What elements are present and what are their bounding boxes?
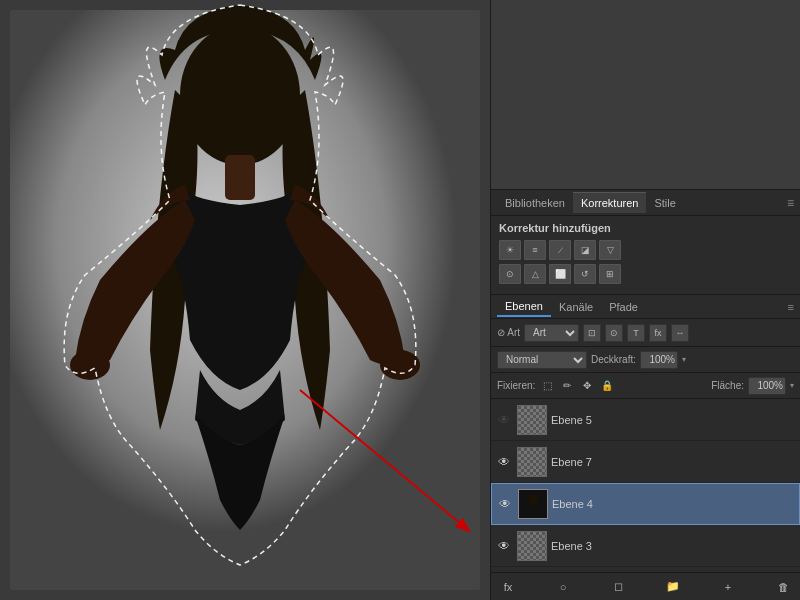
tab-pfade[interactable]: Pfade bbox=[601, 298, 646, 316]
toolbar-icon-5[interactable]: ↔ bbox=[671, 324, 689, 342]
korr-icon-gradient[interactable]: ▽ bbox=[599, 240, 621, 260]
top-dark-area bbox=[491, 0, 800, 190]
layer-name-ebene7: Ebene 7 bbox=[551, 456, 796, 468]
tab-bibliotheken[interactable]: Bibliotheken bbox=[497, 193, 573, 213]
layer-name-ebene3: Ebene 3 bbox=[551, 540, 796, 552]
opacity-arrow[interactable]: ▾ bbox=[682, 355, 686, 364]
ebenen-tabs-row: Ebenen Kanäle Pfade ≡ bbox=[491, 295, 800, 319]
bottom-icon-trash[interactable]: 🗑 bbox=[774, 578, 792, 596]
fixieren-row: Fixieren: ⬚ ✏ ✥ 🔒 Fläche: ▾ bbox=[491, 373, 800, 399]
layer-name-ebene4: Ebene 4 bbox=[552, 498, 795, 510]
bottom-icon-square[interactable]: ◻ bbox=[609, 578, 627, 596]
korr-icon-colorbal[interactable]: △ bbox=[524, 264, 546, 284]
layer-eye-ebene3[interactable]: 👁 bbox=[495, 537, 513, 555]
opacity-label: Deckkraft: bbox=[591, 354, 636, 365]
layer-thumb-ebene4 bbox=[518, 489, 548, 519]
panel-tabs-row: Bibliotheken Korrekturen Stile ≡ bbox=[491, 190, 800, 216]
fix-icon-checkered[interactable]: ⬚ bbox=[539, 378, 555, 394]
korrekturen-row1: ☀ ≡ ⟋ ◪ ▽ bbox=[499, 240, 792, 260]
korr-icon-exposure[interactable]: ◪ bbox=[574, 240, 596, 260]
bottom-toolbar: fx ○ ◻ 📁 + 🗑 bbox=[491, 572, 800, 600]
fix-icon-lock[interactable]: 🔒 bbox=[599, 378, 615, 394]
layer-row-ebene4[interactable]: 👁 Ebene 4 bbox=[491, 483, 800, 525]
flaeche-label: Fläche: bbox=[711, 380, 744, 391]
layer-thumb-ebene3 bbox=[517, 531, 547, 561]
korr-icon-bw[interactable]: ⬜ bbox=[549, 264, 571, 284]
tab-kanaele[interactable]: Kanäle bbox=[551, 298, 601, 316]
art-toolbar-row: ⊘ Art Art ⊡ ⊙ T fx ↔ bbox=[491, 319, 800, 347]
layers-list: 👁 Ebene 5 👁 Ebene 7 👁 bbox=[491, 399, 800, 572]
korr-icon-curves[interactable]: ⟋ bbox=[549, 240, 571, 260]
blend-opacity-row: Normal Deckkraft: ▾ bbox=[491, 347, 800, 373]
tab-ebenen[interactable]: Ebenen bbox=[497, 297, 551, 317]
layer-eye-ebene4[interactable]: 👁 bbox=[496, 495, 514, 513]
korr-icon-hue[interactable]: ⊙ bbox=[499, 264, 521, 284]
korr-icon-brightness[interactable]: ☀ bbox=[499, 240, 521, 260]
canvas-background bbox=[0, 0, 490, 600]
korr-icon-posterize[interactable]: ⊞ bbox=[599, 264, 621, 284]
layer-thumb-ebene5 bbox=[517, 405, 547, 435]
toolbar-icon-1[interactable]: ⊡ bbox=[583, 324, 601, 342]
toolbar-icon-3[interactable]: T bbox=[627, 324, 645, 342]
blend-mode-select[interactable]: Normal bbox=[497, 351, 587, 369]
svg-point-9 bbox=[528, 494, 538, 506]
bottom-icon-new[interactable]: + bbox=[719, 578, 737, 596]
flaeche-arrow[interactable]: ▾ bbox=[790, 381, 794, 390]
korr-icon-photo[interactable]: ↺ bbox=[574, 264, 596, 284]
fixieren-label: Fixieren: bbox=[497, 380, 535, 391]
bottom-icon-fx[interactable]: fx bbox=[499, 578, 517, 596]
tab-stile[interactable]: Stile bbox=[646, 193, 683, 213]
layer-row-ebene5[interactable]: 👁 Ebene 5 bbox=[491, 399, 800, 441]
layer-row-ebene3[interactable]: 👁 Ebene 3 bbox=[491, 525, 800, 567]
layer-row-ebene7[interactable]: 👁 Ebene 7 bbox=[491, 441, 800, 483]
layer-name-ebene5: Ebene 5 bbox=[551, 414, 796, 426]
tab-korrekturen[interactable]: Korrekturen bbox=[573, 192, 646, 213]
art-label: ⊘ Art bbox=[497, 327, 520, 338]
ebenen-panel: Ebenen Kanäle Pfade ≡ ⊘ Art Art ⊡ ⊙ T fx… bbox=[491, 295, 800, 600]
toolbar-icon-4[interactable]: fx bbox=[649, 324, 667, 342]
korrekturen-panel: Korrektur hinzufügen ☀ ≡ ⟋ ◪ ▽ ⊙ △ ⬜ ↺ ⊞ bbox=[491, 216, 800, 295]
bottom-icon-folder[interactable]: 📁 bbox=[664, 578, 682, 596]
layer-thumb-ebene7 bbox=[517, 447, 547, 477]
panel-tab-close[interactable]: ≡ bbox=[787, 196, 794, 210]
layer-eye-ebene7[interactable]: 👁 bbox=[495, 453, 513, 471]
korr-icon-levels[interactable]: ≡ bbox=[524, 240, 546, 260]
art-select[interactable]: Art bbox=[524, 324, 579, 342]
korrekturen-title: Korrektur hinzufügen bbox=[499, 222, 792, 234]
right-panel: Bibliotheken Korrekturen Stile ≡ Korrekt… bbox=[490, 0, 800, 600]
layer-eye-ebene5[interactable]: 👁 bbox=[495, 411, 513, 429]
bottom-icon-circle[interactable]: ○ bbox=[554, 578, 572, 596]
ebenen-tab-close[interactable]: ≡ bbox=[788, 301, 794, 313]
main-layout: Bibliotheken Korrekturen Stile ≡ Korrekt… bbox=[0, 0, 800, 600]
toolbar-icon-2[interactable]: ⊙ bbox=[605, 324, 623, 342]
flaeche-input[interactable] bbox=[748, 377, 786, 395]
canvas-area bbox=[0, 0, 490, 600]
fix-icon-brush[interactable]: ✏ bbox=[559, 378, 575, 394]
korrekturen-row2: ⊙ △ ⬜ ↺ ⊞ bbox=[499, 264, 792, 284]
fix-icon-move[interactable]: ✥ bbox=[579, 378, 595, 394]
opacity-input[interactable] bbox=[640, 351, 678, 369]
